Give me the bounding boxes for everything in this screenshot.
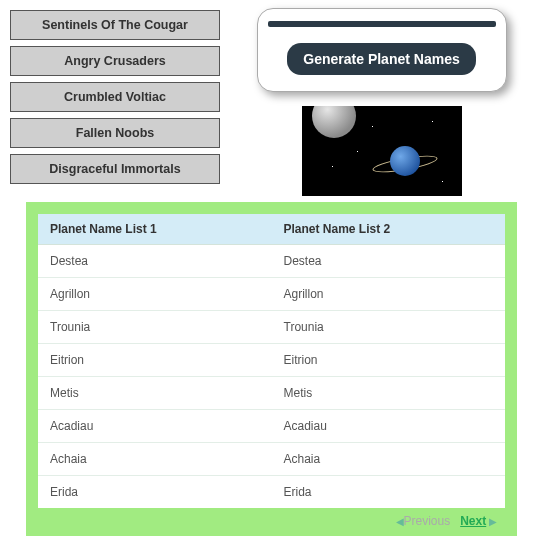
name-generator-buttons: Sentinels Of The Cougar Angry Crusaders …	[10, 10, 220, 196]
cell: Agrillon	[272, 278, 506, 311]
planet-name-table-container: Planet Name List 1 Planet Name List 2 De…	[26, 202, 517, 536]
cell: Eitrion	[38, 344, 272, 377]
cell: Eitrion	[272, 344, 506, 377]
table-row: MetisMetis	[38, 377, 505, 410]
cell: Erida	[38, 476, 272, 509]
table-row: AcadiauAcadiau	[38, 410, 505, 443]
name-button-3[interactable]: Fallen Noobs	[10, 118, 220, 148]
planet-name-table: Planet Name List 1 Planet Name List 2 De…	[38, 214, 505, 508]
planet-icon	[390, 146, 420, 176]
column-header-2: Planet Name List 2	[272, 214, 506, 245]
planet-image	[302, 106, 462, 196]
cell: Acadiau	[272, 410, 506, 443]
panel-divider	[268, 21, 496, 27]
table-row: EridaErida	[38, 476, 505, 509]
cell: Destea	[38, 245, 272, 278]
cell: Trounia	[272, 311, 506, 344]
moon-icon	[312, 106, 356, 138]
cell: Acadiau	[38, 410, 272, 443]
cell: Erida	[272, 476, 506, 509]
table-row: AchaiaAchaia	[38, 443, 505, 476]
previous-link: Previous	[404, 514, 451, 528]
name-button-1[interactable]: Angry Crusaders	[10, 46, 220, 76]
next-arrow-icon: ▶	[486, 516, 497, 527]
name-button-2[interactable]: Crumbled Voltiac	[10, 82, 220, 112]
cell: Destea	[272, 245, 506, 278]
cell: Agrillon	[38, 278, 272, 311]
cell: Metis	[38, 377, 272, 410]
column-header-1: Planet Name List 1	[38, 214, 272, 245]
next-link[interactable]: Next	[460, 514, 486, 528]
prev-arrow-icon: ◀	[396, 516, 404, 527]
table-row: TrouniaTrounia	[38, 311, 505, 344]
table-row: EitrionEitrion	[38, 344, 505, 377]
cell: Metis	[272, 377, 506, 410]
table-row: DesteaDestea	[38, 245, 505, 278]
cell: Trounia	[38, 311, 272, 344]
table-row: AgrillonAgrillon	[38, 278, 505, 311]
name-button-4[interactable]: Disgraceful Immortals	[10, 154, 220, 184]
name-button-0[interactable]: Sentinels Of The Cougar	[10, 10, 220, 40]
generate-panel: Generate Planet Names	[257, 8, 507, 92]
generate-planet-names-button[interactable]: Generate Planet Names	[287, 43, 475, 75]
cell: Achaia	[272, 443, 506, 476]
cell: Achaia	[38, 443, 272, 476]
pager: ◀Previous Next ▶	[38, 508, 505, 530]
